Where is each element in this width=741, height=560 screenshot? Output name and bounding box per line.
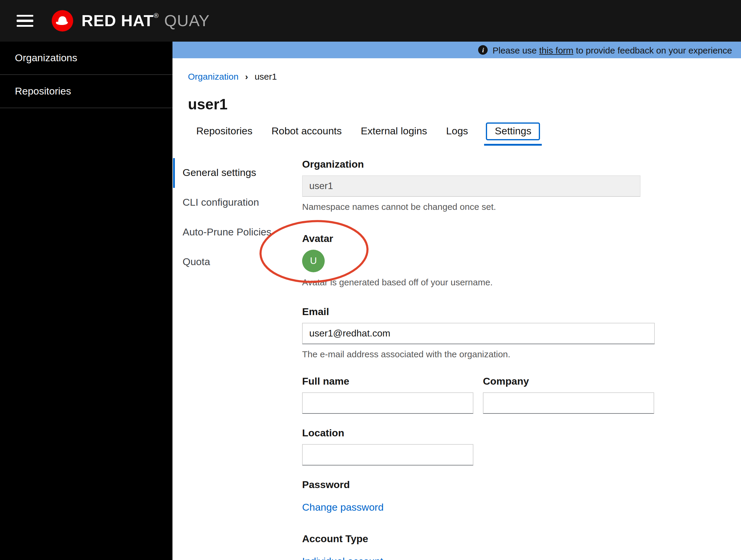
brand-quay: QUAY: [164, 12, 210, 29]
email-help-text: The e-mail address associated with the o…: [302, 349, 741, 360]
organization-input: [302, 176, 641, 197]
feedback-banner: i Please use this form to provide feedba…: [173, 42, 741, 58]
general-settings-form: Organization Namespace names cannot be c…: [302, 158, 741, 560]
email-input[interactable]: [302, 323, 655, 344]
info-icon: i: [478, 45, 488, 55]
full-name-label: Full name: [302, 376, 473, 387]
avatar: U: [302, 250, 325, 272]
brand-trademark: ®: [154, 12, 159, 19]
sidebar-item-label: Organizations: [15, 52, 77, 64]
breadcrumb: Organization › user1: [188, 71, 741, 81]
masthead: RED HAT®QUAY: [0, 0, 741, 42]
company-input[interactable]: [483, 392, 654, 414]
organization-group: Organization Namespace names cannot be c…: [302, 159, 741, 212]
tab-settings[interactable]: Settings: [486, 123, 540, 140]
banner-text: Please use this form to provide feedback…: [493, 45, 732, 55]
breadcrumb-link-organization[interactable]: Organization: [188, 71, 239, 81]
organization-label: Organization: [302, 159, 741, 170]
tabs: Repositories Robot accounts External log…: [187, 121, 741, 141]
brand[interactable]: RED HAT®QUAY: [51, 9, 210, 32]
nav-item-quota[interactable]: Quota: [173, 247, 302, 277]
nav-item-cli-configuration[interactable]: CLI configuration: [173, 188, 302, 218]
company-group: Company: [483, 376, 654, 414]
password-label: Password: [302, 480, 741, 490]
full-name-group: Full name: [302, 376, 473, 414]
location-input[interactable]: [302, 444, 473, 466]
email-group: Email The e-mail address associated with…: [302, 307, 741, 360]
avatar-help-text: Avatar is generated based off of your us…: [302, 277, 741, 288]
company-label: Company: [483, 376, 654, 387]
tab-logs[interactable]: Logs: [436, 122, 478, 141]
sidebar-item-repositories[interactable]: Repositories: [0, 75, 173, 108]
chevron-right-icon: ›: [245, 71, 248, 81]
page-title: user1: [188, 96, 741, 113]
feedback-form-link[interactable]: this form: [539, 45, 573, 55]
sidebar-item-label: Repositories: [15, 85, 71, 97]
sidebar-item-organizations[interactable]: Organizations: [0, 42, 173, 75]
nav-item-auto-prune-policies[interactable]: Auto-Prune Policies: [173, 218, 302, 247]
sidebar: Organizations Repositories: [0, 42, 173, 560]
nav-item-general-settings[interactable]: General settings: [173, 158, 302, 188]
brand-text: RED HAT®QUAY: [81, 12, 210, 30]
password-group: Password Change password: [302, 480, 741, 514]
account-type-group: Account Type Individual account: [302, 534, 741, 560]
redhat-logo-icon: [51, 9, 74, 32]
main-content: Organization › user1 user1 Repositories …: [173, 58, 741, 560]
individual-account-link[interactable]: Individual account: [302, 556, 383, 560]
location-label: Location: [302, 428, 741, 439]
menu-toggle-icon[interactable]: [17, 12, 33, 30]
full-name-input[interactable]: [302, 392, 473, 414]
avatar-group: Avatar U Avatar is generated based off o…: [302, 234, 741, 288]
account-type-label: Account Type: [302, 534, 741, 545]
tab-external-logins[interactable]: External logins: [351, 122, 436, 141]
organization-help-text: Namespace names cannot be changed once s…: [302, 202, 741, 212]
tab-robot-accounts[interactable]: Robot accounts: [262, 122, 351, 141]
location-group: Location: [302, 428, 741, 466]
breadcrumb-current: user1: [255, 71, 277, 81]
settings-subnav: General settings CLI configuration Auto-…: [173, 158, 302, 560]
email-label: Email: [302, 307, 741, 318]
name-company-row: Full name Company: [302, 376, 741, 414]
change-password-link[interactable]: Change password: [302, 502, 384, 514]
tab-repositories[interactable]: Repositories: [187, 122, 262, 141]
brand-red-hat: RED HAT: [81, 12, 154, 29]
app-window: RED HAT®QUAY Organizations Repositories …: [0, 0, 741, 560]
avatar-label: Avatar: [302, 234, 741, 244]
settings-layout: General settings CLI configuration Auto-…: [173, 158, 741, 560]
